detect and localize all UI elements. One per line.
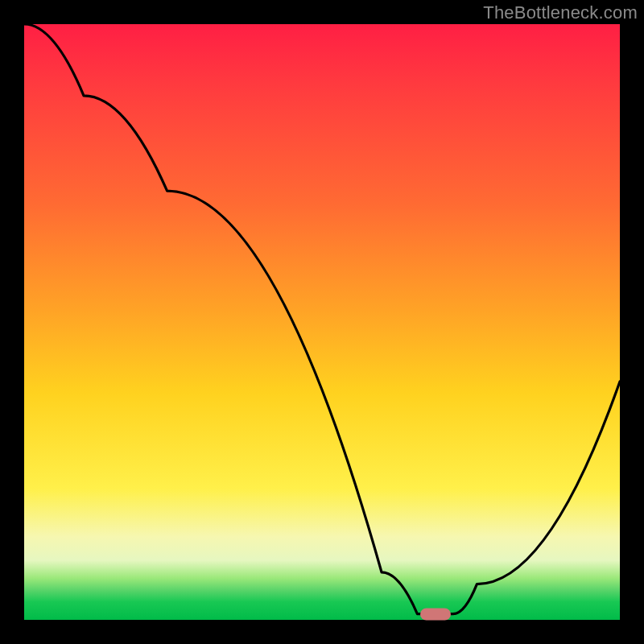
optimal-marker (420, 608, 451, 620)
chart-frame: TheBottleneck.com (0, 0, 644, 644)
plot-area (24, 24, 620, 620)
curve-path (24, 24, 620, 614)
watermark-text: TheBottleneck.com (483, 2, 638, 23)
bottleneck-curve (24, 24, 620, 620)
